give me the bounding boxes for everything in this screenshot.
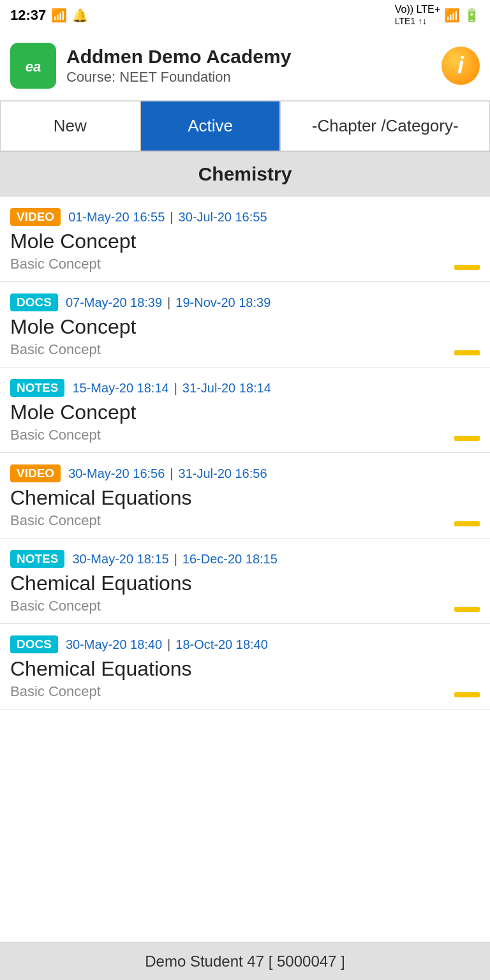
app-logo: ea	[10, 43, 56, 89]
item-subtitle: Basic Concept	[10, 341, 480, 358]
info-button[interactable]: i	[442, 47, 480, 85]
tab-active[interactable]: Active	[140, 101, 281, 151]
tab-new[interactable]: New	[0, 101, 140, 151]
signal-bars-icon: 📶	[444, 8, 460, 23]
item-tag: VIDEO	[10, 208, 61, 226]
item-date-start: 30-May-20 18:40	[66, 637, 162, 652]
item-subtitle: Basic Concept	[10, 427, 480, 443]
date-separator: |	[167, 637, 170, 652]
date-separator: |	[170, 466, 173, 481]
time-display: 12:37	[10, 7, 46, 24]
item-indicator	[454, 265, 480, 270]
item-date-end: 18-Oct-20 18:40	[175, 637, 268, 652]
item-meta: NOTES 15-May-20 18:14 | 31-Jul-20 18:14	[10, 379, 480, 397]
wifi-icon: 📶	[51, 8, 67, 23]
item-tag: VIDEO	[10, 464, 61, 482]
course-subtitle: Course: NEET Foundation	[66, 69, 442, 85]
date-separator: |	[174, 552, 177, 567]
content-list: VIDEO 01-May-20 16:55 | 30-Jul-20 16:55 …	[0, 197, 490, 942]
logo-letters: ea	[26, 56, 41, 76]
signal-text: Vo)) LTE+LTE1 ↑↓	[395, 4, 440, 27]
item-subtitle: Basic Concept	[10, 512, 480, 529]
item-date-start: 01-May-20 16:55	[68, 210, 165, 225]
info-icon: i	[457, 52, 464, 79]
tab-bar: New Active -Chapter /Category-	[0, 101, 490, 152]
date-separator: |	[170, 210, 173, 225]
item-meta: DOCS 07-May-20 18:39 | 19-Nov-20 18:39	[10, 293, 480, 311]
item-tag: DOCS	[10, 293, 58, 311]
item-title: Chemical Equations	[10, 572, 480, 595]
footer-bar: Demo Student 47 [ 5000047 ]	[0, 942, 490, 980]
item-date-end: 19-Nov-20 18:39	[175, 295, 271, 310]
list-item[interactable]: NOTES 30-May-20 18:15 | 16-Dec-20 18:15 …	[0, 538, 490, 624]
item-indicator	[454, 521, 480, 526]
item-tag: DOCS	[10, 635, 58, 653]
item-date-end: 16-Dec-20 18:15	[182, 552, 278, 567]
notification-icon: 🔔	[72, 8, 88, 23]
item-dates: 07-May-20 18:39 | 19-Nov-20 18:39	[66, 295, 271, 310]
list-item[interactable]: VIDEO 01-May-20 16:55 | 30-Jul-20 16:55 …	[0, 197, 490, 282]
item-title: Mole Concept	[10, 230, 480, 253]
item-meta: VIDEO 01-May-20 16:55 | 30-Jul-20 16:55	[10, 208, 480, 226]
item-date-end: 30-Jul-20 16:55	[179, 210, 267, 225]
item-indicator	[454, 607, 480, 612]
status-bar: 12:37 📶 🔔 Vo)) LTE+LTE1 ↑↓ 📶 🔋	[0, 0, 490, 31]
list-item[interactable]: NOTES 15-May-20 18:14 | 31-Jul-20 18:14 …	[0, 368, 490, 453]
date-separator: |	[167, 295, 170, 310]
item-meta: VIDEO 30-May-20 16:56 | 31-Jul-20 16:56	[10, 464, 480, 482]
item-title: Chemical Equations	[10, 486, 480, 510]
item-tag: NOTES	[10, 379, 64, 397]
list-item[interactable]: DOCS 30-May-20 18:40 | 18-Oct-20 18:40 C…	[0, 624, 490, 709]
item-subtitle: Basic Concept	[10, 683, 480, 700]
item-title: Mole Concept	[10, 315, 480, 339]
battery-icon: 🔋	[464, 8, 480, 23]
item-indicator	[454, 692, 480, 697]
list-item[interactable]: VIDEO 30-May-20 16:56 | 31-Jul-20 16:56 …	[0, 453, 490, 538]
app-header: ea Addmen Demo Academy Course: NEET Foun…	[0, 31, 490, 101]
item-date-start: 07-May-20 18:39	[66, 295, 162, 310]
item-meta: NOTES 30-May-20 18:15 | 16-Dec-20 18:15	[10, 550, 480, 568]
item-date-start: 30-May-20 16:56	[68, 466, 165, 481]
item-indicator	[454, 350, 480, 355]
item-date-end: 31-Jul-20 16:56	[179, 466, 267, 481]
header-text-area: Addmen Demo Academy Course: NEET Foundat…	[66, 46, 442, 85]
status-time-area: 12:37 📶 🔔	[10, 7, 88, 24]
item-date-end: 31-Jul-20 18:14	[182, 381, 271, 396]
app-title: Addmen Demo Academy	[66, 46, 442, 68]
date-separator: |	[174, 381, 177, 396]
item-subtitle: Basic Concept	[10, 256, 480, 272]
item-dates: 30-May-20 18:15 | 16-Dec-20 18:15	[72, 552, 277, 567]
section-header: Chemistry	[0, 152, 490, 197]
item-meta: DOCS 30-May-20 18:40 | 18-Oct-20 18:40	[10, 635, 480, 653]
tab-category[interactable]: -Chapter /Category-	[280, 101, 490, 151]
item-tag: NOTES	[10, 550, 64, 568]
item-title: Mole Concept	[10, 401, 480, 424]
item-subtitle: Basic Concept	[10, 598, 480, 614]
item-dates: 01-May-20 16:55 | 30-Jul-20 16:55	[68, 210, 267, 225]
item-indicator	[454, 436, 480, 441]
status-right-area: Vo)) LTE+LTE1 ↑↓ 📶 🔋	[395, 4, 480, 27]
item-date-start: 15-May-20 18:14	[72, 381, 168, 396]
student-info: Demo Student 47 [ 5000047 ]	[145, 953, 345, 970]
item-dates: 30-May-20 18:40 | 18-Oct-20 18:40	[66, 637, 268, 652]
item-date-start: 30-May-20 18:15	[72, 552, 168, 567]
item-dates: 15-May-20 18:14 | 31-Jul-20 18:14	[72, 381, 271, 396]
item-dates: 30-May-20 16:56 | 31-Jul-20 16:56	[68, 466, 267, 481]
list-item[interactable]: DOCS 07-May-20 18:39 | 19-Nov-20 18:39 M…	[0, 282, 490, 368]
item-title: Chemical Equations	[10, 657, 480, 681]
